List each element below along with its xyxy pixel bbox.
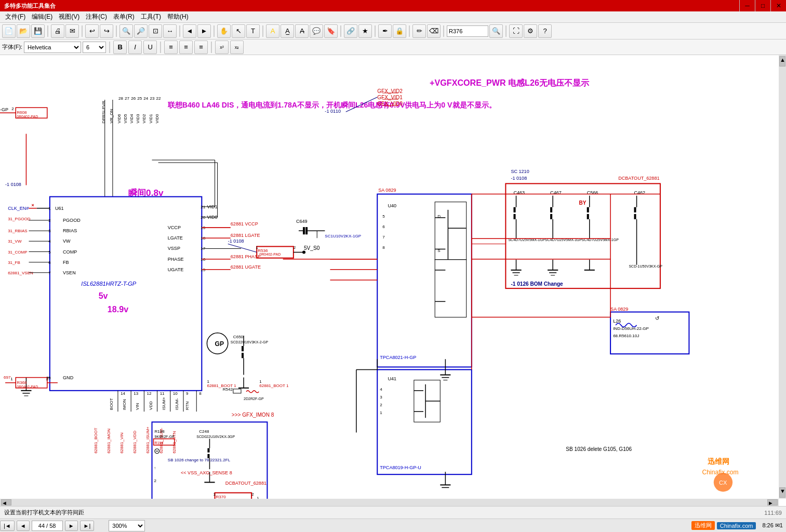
menu-edit[interactable]: 编辑(E) [29,11,56,22]
menu-view[interactable]: 视图(V) [56,11,83,22]
open-button[interactable]: 📂 [17,24,30,38]
toolbar-main: 📄 📂 💾 🖨 ✉ ↩ ↪ 🔍 🔎 ⊡ ↔ ◄ ► ✋ ↖ T A A̲ A̶ … [0,23,786,39]
protect-button[interactable]: 🔒 [393,24,406,38]
comment-button[interactable]: 💬 [310,24,323,38]
svg-text:IND-D56UH-22-GP: IND-D56UH-22-GP [613,326,649,331]
svg-text:VID1: VID1 [149,114,153,123]
pdf-canvas[interactable]: +VGFXCORE_PWR 电感L26无电压不显示 联想B460 LA46 DI… [0,55,786,506]
svg-text:VID4: VID4 [129,114,134,123]
svg-text:62881_VSEN: 62881_VSEN [8,271,33,275]
help-button-tb[interactable]: ? [538,24,552,38]
window-controls: ─ □ ✕ [739,0,786,11]
svg-text:⊝: ⊝ [154,446,161,455]
svg-text:2: 2 [46,377,49,381]
zoom-select[interactable]: 300% 200% 150% 100% 75% [109,520,145,531]
highlight-button[interactable]: A [266,24,279,38]
menu-form[interactable]: 表单(R) [110,11,138,22]
svg-text:9K6R2F-GP: 9K6R2F-GP [155,435,175,438]
hand-tool-button[interactable]: ✋ [217,24,231,38]
fullscreen-button[interactable]: ⛶ [509,24,523,38]
maximize-button[interactable]: □ [755,0,770,11]
search-input[interactable] [447,25,488,37]
next-page-btn[interactable]: ► [65,521,78,531]
svg-text:31_RBIAS: 31_RBIAS [8,229,28,233]
stamp-button[interactable]: 🔖 [324,24,338,38]
svg-text:R608: R608 [17,110,27,115]
svg-text:17: 17 [201,246,205,251]
vertical-scrollbar[interactable]: ▲ ▼ [779,55,786,499]
svg-text:25: 25 [137,96,142,101]
underline-btn2[interactable]: U [143,41,157,54]
search-button[interactable]: 🔍 [489,24,503,38]
menu-help[interactable]: 帮助(H) [164,11,192,22]
svg-text:62881 LGATE: 62881 LGATE [231,233,260,238]
prev-page-btn[interactable]: ◄ [17,521,30,531]
strikethrough-button[interactable]: A̶ [295,24,309,38]
svg-text:C649: C649 [296,219,308,224]
pencil-button[interactable]: ✏ [412,24,426,38]
prev-page-button[interactable]: ◄ [183,24,196,38]
align-right-button[interactable]: ≡ [194,41,208,54]
page-number-input[interactable] [32,521,63,531]
zoom-width-button[interactable]: ↔ [163,24,177,38]
eraser-button[interactable]: ⌫ [427,24,441,38]
menu-annotate[interactable]: 注释(C) [83,11,110,22]
svg-text:×: × [32,203,34,208]
svg-text:SCD022U16V2KX-3GP: SCD022U16V2KX-3GP [196,435,235,438]
undo-button[interactable]: ↩ [85,24,99,38]
save-button[interactable]: 💾 [31,24,45,38]
svg-text:VCCP: VCCP [168,225,181,230]
svg-text:COMP: COMP [63,249,77,255]
subscript-button[interactable]: x₂ [230,41,244,54]
svg-text:1: 1 [10,377,13,381]
link-button[interactable]: 🔗 [344,24,357,38]
svg-text:R198: R198 [155,429,165,434]
svg-rect-86 [305,227,308,234]
select-tool-button[interactable]: ↖ [232,24,245,38]
align-left-button[interactable]: ≡ [164,41,178,54]
svg-text:4: 4 [48,239,51,244]
redo-button[interactable]: ↪ [100,24,113,38]
svg-text:2: 2 [48,218,51,223]
italic-button[interactable]: I [128,41,142,54]
toolbar-format: 字体(F): Helvetica 6 B I U ≡ ≡ ≡ x² x₂ [0,39,786,55]
horizontal-scrollbar[interactable]: ◄ ► [0,499,779,506]
bookmark-button[interactable]: ★ [358,24,372,38]
text-tool-button[interactable]: T [246,24,260,38]
email-button[interactable]: ✉ [65,24,79,38]
svg-text:U40: U40 [388,203,396,208]
font-select[interactable]: Helvetica [24,42,81,53]
align-center-button[interactable]: ≡ [179,41,193,54]
sign-button[interactable]: ✒ [378,24,392,38]
bold-button[interactable]: B [113,41,127,54]
svg-rect-219 [634,207,636,212]
settings-button[interactable]: ⚙ [524,24,537,38]
next-page-button[interactable]: ► [197,24,211,38]
svg-rect-211 [587,207,589,212]
underline-button[interactable]: A̲ [281,24,294,38]
minimize-button[interactable]: ─ [739,0,755,11]
svg-text:68.R5610.10J: 68.R5610.10J [613,334,639,338]
menu-file[interactable]: 文件(F) [2,11,29,22]
print-button[interactable]: 🖨 [51,24,64,38]
first-page-button[interactable]: |◄ [0,521,15,531]
bottom-nav-bar: |◄ ◄ ► ►| 300% 200% 150% 100% 75% 迅维网 Ch… [0,518,786,532]
svg-text:ISUM-: ISUM- [175,398,179,410]
font-size-select[interactable]: 6 [83,42,106,53]
menu-tools[interactable]: 工具(T) [138,11,164,22]
svg-text:C248: C248 [199,429,209,434]
zoom-fit-button[interactable]: ⊡ [149,24,162,38]
svg-rect-191 [513,214,515,219]
svg-text:28: 28 [118,96,123,101]
new-button[interactable]: 📄 [2,24,16,38]
close-button[interactable]: ✕ [770,0,786,11]
zoom-in-button[interactable]: 🔍 [119,24,133,38]
last-page-button[interactable]: ►| [80,521,95,531]
neg1-0110-label: -1 0110 [325,109,341,114]
superscript-button[interactable]: x² [215,41,229,54]
svg-text:U41: U41 [388,376,396,381]
svg-text:VID0: VID0 [155,114,159,123]
svg-text:6: 6 [48,260,51,265]
svg-text:迅维网: 迅维网 [708,457,729,466]
zoom-out-button[interactable]: 🔎 [134,24,148,38]
